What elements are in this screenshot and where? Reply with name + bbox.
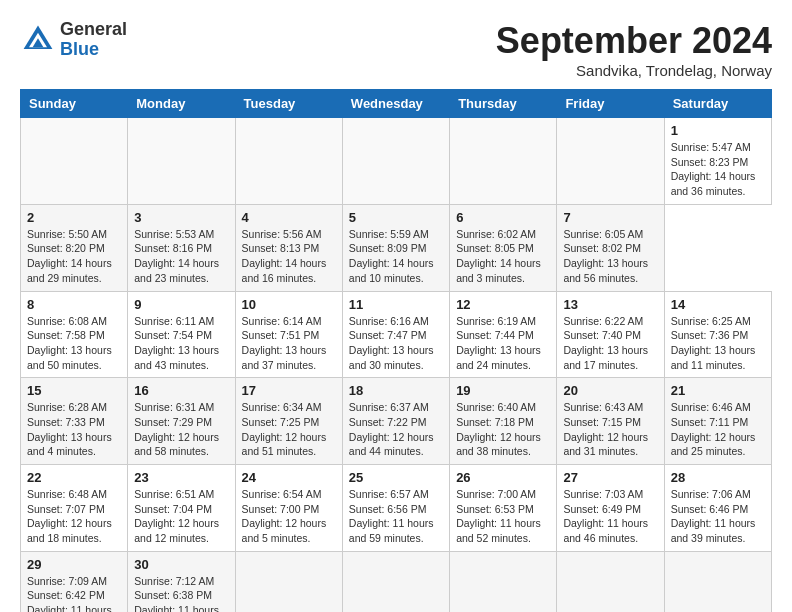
day-detail: Sunrise: 5:56 AMSunset: 8:13 PMDaylight:…	[242, 227, 336, 286]
day-number: 10	[242, 297, 336, 312]
day-number: 17	[242, 383, 336, 398]
column-header-friday: Friday	[557, 90, 664, 118]
day-number: 27	[563, 470, 657, 485]
day-detail: Sunrise: 6:46 AMSunset: 7:11 PMDaylight:…	[671, 400, 765, 459]
day-detail: Sunrise: 7:12 AMSunset: 6:38 PMDaylight:…	[134, 574, 228, 612]
day-detail: Sunrise: 6:22 AMSunset: 7:40 PMDaylight:…	[563, 314, 657, 373]
calendar-cell: 29Sunrise: 7:09 AMSunset: 6:42 PMDayligh…	[21, 551, 128, 612]
day-detail: Sunrise: 6:51 AMSunset: 7:04 PMDaylight:…	[134, 487, 228, 546]
day-number: 7	[563, 210, 657, 225]
column-header-thursday: Thursday	[450, 90, 557, 118]
calendar-week-row: 15Sunrise: 6:28 AMSunset: 7:33 PMDayligh…	[21, 378, 772, 465]
calendar-cell	[342, 551, 449, 612]
calendar-cell: 22Sunrise: 6:48 AMSunset: 7:07 PMDayligh…	[21, 465, 128, 552]
day-number: 29	[27, 557, 121, 572]
day-number: 30	[134, 557, 228, 572]
day-detail: Sunrise: 6:05 AMSunset: 8:02 PMDaylight:…	[563, 227, 657, 286]
day-number: 12	[456, 297, 550, 312]
day-detail: Sunrise: 6:02 AMSunset: 8:05 PMDaylight:…	[456, 227, 550, 286]
calendar-cell: 6Sunrise: 6:02 AMSunset: 8:05 PMDaylight…	[450, 204, 557, 291]
day-detail: Sunrise: 6:57 AMSunset: 6:56 PMDaylight:…	[349, 487, 443, 546]
day-number: 28	[671, 470, 765, 485]
calendar-week-row: 29Sunrise: 7:09 AMSunset: 6:42 PMDayligh…	[21, 551, 772, 612]
calendar-cell: 5Sunrise: 5:59 AMSunset: 8:09 PMDaylight…	[342, 204, 449, 291]
calendar-cell	[342, 118, 449, 205]
title-block: September 2024 Sandvika, Trondelag, Norw…	[496, 20, 772, 79]
day-detail: Sunrise: 6:48 AMSunset: 7:07 PMDaylight:…	[27, 487, 121, 546]
calendar-cell: 8Sunrise: 6:08 AMSunset: 7:58 PMDaylight…	[21, 291, 128, 378]
calendar-cell	[235, 118, 342, 205]
location: Sandvika, Trondelag, Norway	[496, 62, 772, 79]
calendar-cell: 23Sunrise: 6:51 AMSunset: 7:04 PMDayligh…	[128, 465, 235, 552]
calendar-cell	[557, 118, 664, 205]
day-detail: Sunrise: 6:14 AMSunset: 7:51 PMDaylight:…	[242, 314, 336, 373]
day-number: 3	[134, 210, 228, 225]
day-number: 19	[456, 383, 550, 398]
day-number: 5	[349, 210, 443, 225]
day-detail: Sunrise: 7:06 AMSunset: 6:46 PMDaylight:…	[671, 487, 765, 546]
logo-icon	[20, 22, 56, 58]
logo: General Blue	[20, 20, 127, 60]
day-number: 22	[27, 470, 121, 485]
calendar-cell: 1Sunrise: 5:47 AMSunset: 8:23 PMDaylight…	[664, 118, 771, 205]
page-header: General Blue September 2024 Sandvika, Tr…	[20, 20, 772, 79]
column-header-sunday: Sunday	[21, 90, 128, 118]
calendar-cell	[450, 118, 557, 205]
logo-text: General Blue	[60, 20, 127, 60]
day-detail: Sunrise: 6:19 AMSunset: 7:44 PMDaylight:…	[456, 314, 550, 373]
day-number: 8	[27, 297, 121, 312]
calendar-cell: 25Sunrise: 6:57 AMSunset: 6:56 PMDayligh…	[342, 465, 449, 552]
calendar-header-row: SundayMondayTuesdayWednesdayThursdayFrid…	[21, 90, 772, 118]
calendar-cell: 4Sunrise: 5:56 AMSunset: 8:13 PMDaylight…	[235, 204, 342, 291]
calendar-table: SundayMondayTuesdayWednesdayThursdayFrid…	[20, 89, 772, 612]
day-number: 25	[349, 470, 443, 485]
calendar-week-row: 8Sunrise: 6:08 AMSunset: 7:58 PMDaylight…	[21, 291, 772, 378]
day-detail: Sunrise: 6:37 AMSunset: 7:22 PMDaylight:…	[349, 400, 443, 459]
day-detail: Sunrise: 6:08 AMSunset: 7:58 PMDaylight:…	[27, 314, 121, 373]
calendar-cell: 15Sunrise: 6:28 AMSunset: 7:33 PMDayligh…	[21, 378, 128, 465]
calendar-cell: 26Sunrise: 7:00 AMSunset: 6:53 PMDayligh…	[450, 465, 557, 552]
calendar-cell: 16Sunrise: 6:31 AMSunset: 7:29 PMDayligh…	[128, 378, 235, 465]
calendar-cell: 28Sunrise: 7:06 AMSunset: 6:46 PMDayligh…	[664, 465, 771, 552]
day-detail: Sunrise: 5:47 AMSunset: 8:23 PMDaylight:…	[671, 140, 765, 199]
calendar-cell	[128, 118, 235, 205]
calendar-cell	[450, 551, 557, 612]
calendar-cell: 2Sunrise: 5:50 AMSunset: 8:20 PMDaylight…	[21, 204, 128, 291]
day-number: 18	[349, 383, 443, 398]
day-number: 9	[134, 297, 228, 312]
day-number: 1	[671, 123, 765, 138]
calendar-cell: 24Sunrise: 6:54 AMSunset: 7:00 PMDayligh…	[235, 465, 342, 552]
calendar-cell: 9Sunrise: 6:11 AMSunset: 7:54 PMDaylight…	[128, 291, 235, 378]
day-detail: Sunrise: 6:40 AMSunset: 7:18 PMDaylight:…	[456, 400, 550, 459]
day-detail: Sunrise: 7:03 AMSunset: 6:49 PMDaylight:…	[563, 487, 657, 546]
day-detail: Sunrise: 6:31 AMSunset: 7:29 PMDaylight:…	[134, 400, 228, 459]
calendar-cell: 10Sunrise: 6:14 AMSunset: 7:51 PMDayligh…	[235, 291, 342, 378]
calendar-cell: 18Sunrise: 6:37 AMSunset: 7:22 PMDayligh…	[342, 378, 449, 465]
day-number: 13	[563, 297, 657, 312]
calendar-cell: 19Sunrise: 6:40 AMSunset: 7:18 PMDayligh…	[450, 378, 557, 465]
calendar-cell	[557, 551, 664, 612]
day-number: 6	[456, 210, 550, 225]
day-number: 15	[27, 383, 121, 398]
day-number: 14	[671, 297, 765, 312]
day-number: 26	[456, 470, 550, 485]
day-number: 21	[671, 383, 765, 398]
day-detail: Sunrise: 6:43 AMSunset: 7:15 PMDaylight:…	[563, 400, 657, 459]
day-detail: Sunrise: 7:09 AMSunset: 6:42 PMDaylight:…	[27, 574, 121, 612]
day-detail: Sunrise: 7:00 AMSunset: 6:53 PMDaylight:…	[456, 487, 550, 546]
day-detail: Sunrise: 5:59 AMSunset: 8:09 PMDaylight:…	[349, 227, 443, 286]
day-detail: Sunrise: 6:11 AMSunset: 7:54 PMDaylight:…	[134, 314, 228, 373]
column-header-saturday: Saturday	[664, 90, 771, 118]
day-detail: Sunrise: 5:50 AMSunset: 8:20 PMDaylight:…	[27, 227, 121, 286]
calendar-cell: 12Sunrise: 6:19 AMSunset: 7:44 PMDayligh…	[450, 291, 557, 378]
calendar-cell	[664, 551, 771, 612]
calendar-cell: 13Sunrise: 6:22 AMSunset: 7:40 PMDayligh…	[557, 291, 664, 378]
calendar-week-row: 1Sunrise: 5:47 AMSunset: 8:23 PMDaylight…	[21, 118, 772, 205]
day-number: 16	[134, 383, 228, 398]
day-detail: Sunrise: 6:25 AMSunset: 7:36 PMDaylight:…	[671, 314, 765, 373]
day-number: 2	[27, 210, 121, 225]
calendar-cell: 7Sunrise: 6:05 AMSunset: 8:02 PMDaylight…	[557, 204, 664, 291]
day-number: 20	[563, 383, 657, 398]
day-number: 24	[242, 470, 336, 485]
calendar-week-row: 22Sunrise: 6:48 AMSunset: 7:07 PMDayligh…	[21, 465, 772, 552]
